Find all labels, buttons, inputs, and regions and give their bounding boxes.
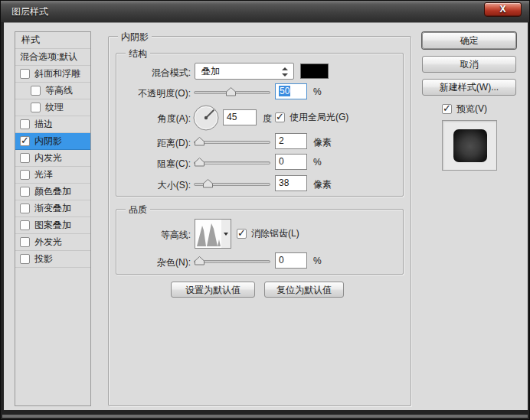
checkbox-stroke[interactable] [20, 119, 30, 129]
distance-unit: 像素 [313, 136, 332, 149]
checkbox-drop-shadow[interactable] [20, 254, 30, 264]
close-icon: X [499, 4, 505, 15]
cancel-button[interactable]: 取消 [422, 56, 516, 73]
close-button[interactable]: X [484, 2, 522, 17]
distance-slider-thumb[interactable] [195, 137, 204, 148]
styles-list: 样式 混合选项:默认 斜面和浮雕 等高线 纹理 描边 内阴影 内发光 光泽 颜色… [15, 31, 91, 406]
distance-input[interactable]: 2 [275, 133, 307, 149]
choke-label: 阻塞(C): [90, 158, 191, 171]
sidebar-item-satin[interactable]: 光泽 [15, 167, 90, 184]
checkbox-checked-icon[interactable] [275, 112, 285, 122]
size-slider[interactable] [194, 178, 270, 188]
ok-button[interactable]: 确定 [422, 32, 516, 49]
panel-title: 内阴影 [118, 31, 152, 44]
choke-slider[interactable] [194, 157, 270, 167]
noise-slider-thumb[interactable] [195, 256, 204, 268]
antialias-checkbox[interactable]: 消除锯齿(L) [237, 227, 299, 240]
checkbox-inner-shadow-checked[interactable] [20, 136, 30, 146]
sidebar-item-inner-glow[interactable]: 内发光 [15, 150, 90, 167]
layer-style-dialog: 图层样式 X 样式 混合选项:默认 斜面和浮雕 等高线 纹理 描边 内阴影 内发 [0, 0, 530, 420]
effect-preview-thumbnail [442, 120, 497, 171]
structure-group-title: 结构 [126, 47, 150, 60]
sidebar-item-bevel-emboss[interactable]: 斜面和浮雕 [15, 66, 90, 83]
sidebar-item-gradient-overlay[interactable]: 渐变叠加 [15, 200, 90, 217]
chevron-up-down-icon [282, 67, 288, 77]
checkbox-outer-glow[interactable] [20, 237, 30, 247]
title-bar[interactable]: 图层样式 X [1, 1, 529, 22]
checkbox-checked-icon[interactable] [442, 104, 452, 114]
checkbox-contour[interactable] [31, 86, 41, 96]
noise-input[interactable]: 0 [275, 252, 307, 269]
sidebar-item-color-overlay[interactable]: 颜色叠加 [15, 184, 90, 200]
checkbox-gradient-overlay[interactable] [20, 203, 30, 213]
noise-unit: % [313, 256, 322, 266]
preview-checkbox[interactable]: 预览(V) [442, 103, 487, 116]
new-style-button[interactable]: 新建样式(W)... [422, 79, 516, 96]
angle-label: 角度(A): [90, 112, 191, 125]
contour-thumbnail-icon [195, 220, 221, 248]
distance-label: 距离(D): [90, 137, 191, 150]
inner-shadow-preview-shape [453, 129, 487, 162]
sidebar-item-inner-shadow[interactable]: 内阴影 [15, 133, 90, 150]
make-default-button[interactable]: 设置为默认值 [171, 282, 255, 298]
blend-mode-value: 叠加 [201, 65, 220, 78]
opacity-slider[interactable] [194, 86, 270, 96]
distance-slider[interactable] [194, 136, 270, 146]
shadow-color-swatch[interactable] [300, 63, 329, 79]
checkbox-satin[interactable] [20, 170, 30, 180]
sidebar-item-stroke[interactable]: 描边 [15, 116, 90, 133]
checkbox-bevel-emboss[interactable] [20, 69, 30, 79]
checkbox-checked-icon[interactable] [237, 229, 247, 239]
preview-label: 预览(V) [456, 103, 487, 116]
sidebar-item-outer-glow[interactable]: 外发光 [15, 234, 90, 251]
contour-dropdown-arrow-icon[interactable] [221, 220, 231, 248]
use-global-light-label: 使用全局光(G) [290, 111, 348, 124]
choke-input[interactable]: 0 [275, 154, 307, 170]
styles-list-header[interactable]: 样式 [15, 32, 90, 49]
angle-unit: 度 [263, 112, 272, 125]
checkbox-pattern-overlay[interactable] [20, 220, 30, 230]
dialog-title: 图层样式 [11, 5, 48, 18]
quality-group-title: 品质 [126, 203, 150, 217]
opacity-input[interactable]: 50 [275, 83, 307, 99]
blend-mode-select[interactable]: 叠加 [195, 63, 294, 80]
blend-mode-label: 混合模式: [90, 67, 191, 80]
sidebar-item-blending-options[interactable]: 混合选项:默认 [15, 49, 90, 66]
sidebar-item-pattern-overlay[interactable]: 图案叠加 [15, 217, 90, 234]
choke-slider-thumb[interactable] [195, 158, 204, 169]
contour-label: 等高线: [90, 229, 191, 242]
sidebar-item-texture[interactable]: 纹理 [15, 99, 90, 116]
choke-unit: % [313, 157, 322, 168]
sidebar-item-drop-shadow[interactable]: 投影 [15, 251, 90, 268]
contour-picker[interactable] [195, 219, 231, 249]
angle-dial[interactable] [193, 105, 219, 131]
use-global-light-checkbox[interactable]: 使用全局光(G) [275, 111, 348, 124]
opacity-slider-thumb[interactable] [226, 87, 236, 99]
checkbox-texture[interactable] [31, 103, 41, 112]
noise-label: 杂色(N): [90, 256, 191, 269]
checkbox-inner-glow[interactable] [20, 153, 30, 163]
sidebar-item-contour[interactable]: 等高线 [15, 83, 90, 99]
angle-input[interactable]: 45 [223, 109, 257, 125]
opacity-label: 不透明度(O): [90, 87, 191, 100]
size-unit: 像素 [313, 178, 332, 191]
size-label: 大小(S): [90, 179, 191, 192]
reset-default-button[interactable]: 复位为默认值 [264, 282, 344, 298]
noise-slider-track[interactable] [194, 260, 270, 263]
noise-slider[interactable] [194, 256, 270, 265]
opacity-unit: % [313, 86, 322, 97]
checkbox-color-overlay[interactable] [20, 187, 30, 197]
size-input[interactable]: 38 [275, 175, 307, 191]
distance-slider-track[interactable] [194, 141, 270, 144]
size-slider-thumb[interactable] [203, 179, 213, 190]
choke-slider-track[interactable] [194, 161, 270, 164]
antialias-label: 消除锯齿(L) [251, 227, 299, 240]
